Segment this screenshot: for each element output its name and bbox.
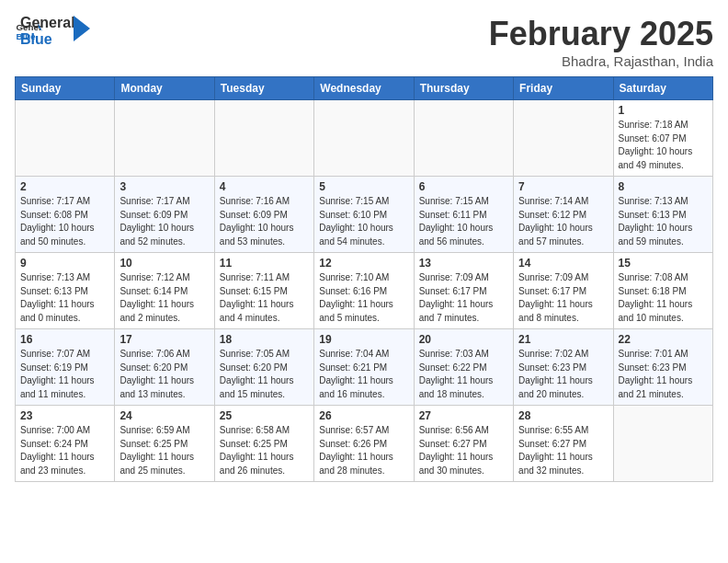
weekday-header-monday: Monday — [115, 77, 214, 100]
calendar-cell: 12Sunrise: 7:10 AM Sunset: 6:16 PM Dayli… — [314, 253, 414, 329]
calendar-cell: 5Sunrise: 7:15 AM Sunset: 6:10 PM Daylig… — [314, 177, 414, 253]
calendar-cell: 24Sunrise: 6:59 AM Sunset: 6:25 PM Dayli… — [115, 406, 214, 482]
day-info: Sunrise: 7:04 AM Sunset: 6:21 PM Dayligh… — [319, 348, 408, 401]
day-info: Sunrise: 7:03 AM Sunset: 6:22 PM Dayligh… — [419, 348, 508, 401]
day-number: 16 — [20, 333, 109, 346]
calendar-cell: 17Sunrise: 7:06 AM Sunset: 6:20 PM Dayli… — [115, 329, 214, 406]
day-info: Sunrise: 7:17 AM Sunset: 6:08 PM Dayligh… — [20, 195, 109, 248]
week-row-4: 16Sunrise: 7:07 AM Sunset: 6:19 PM Dayli… — [16, 329, 713, 406]
week-row-1: 1Sunrise: 7:18 AM Sunset: 6:07 PM Daylig… — [16, 100, 713, 177]
calendar-cell: 23Sunrise: 7:00 AM Sunset: 6:24 PM Dayli… — [16, 406, 115, 482]
day-number: 19 — [319, 333, 408, 346]
day-info: Sunrise: 7:05 AM Sunset: 6:20 PM Dayligh… — [220, 348, 309, 401]
calendar-cell: 4Sunrise: 7:16 AM Sunset: 6:09 PM Daylig… — [214, 177, 313, 253]
calendar-cell — [115, 100, 214, 177]
day-number: 26 — [319, 409, 408, 422]
calendar-cell: 8Sunrise: 7:13 AM Sunset: 6:13 PM Daylig… — [613, 177, 712, 253]
day-info: Sunrise: 7:07 AM Sunset: 6:19 PM Dayligh… — [20, 348, 109, 401]
calendar-cell: 25Sunrise: 6:58 AM Sunset: 6:25 PM Dayli… — [214, 406, 313, 482]
calendar-cell: 15Sunrise: 7:08 AM Sunset: 6:18 PM Dayli… — [613, 253, 712, 329]
calendar-cell: 16Sunrise: 7:07 AM Sunset: 6:19 PM Dayli… — [16, 329, 115, 406]
day-info: Sunrise: 6:58 AM Sunset: 6:25 PM Dayligh… — [220, 424, 309, 477]
calendar-cell: 11Sunrise: 7:11 AM Sunset: 6:15 PM Dayli… — [214, 253, 313, 329]
day-number: 18 — [220, 333, 309, 346]
day-number: 6 — [419, 180, 508, 193]
day-info: Sunrise: 7:17 AM Sunset: 6:09 PM Dayligh… — [119, 195, 209, 248]
day-number: 1 — [619, 104, 708, 117]
day-info: Sunrise: 7:15 AM Sunset: 6:11 PM Dayligh… — [419, 195, 508, 248]
calendar-cell: 6Sunrise: 7:15 AM Sunset: 6:11 PM Daylig… — [414, 177, 513, 253]
day-number: 9 — [20, 257, 109, 270]
day-info: Sunrise: 7:12 AM Sunset: 6:14 PM Dayligh… — [119, 271, 209, 325]
day-info: Sunrise: 7:13 AM Sunset: 6:13 PM Dayligh… — [619, 195, 708, 248]
calendar-cell: 28Sunrise: 6:55 AM Sunset: 6:27 PM Dayli… — [514, 406, 613, 482]
day-info: Sunrise: 7:01 AM Sunset: 6:23 PM Dayligh… — [619, 348, 708, 401]
calendar-cell: 27Sunrise: 6:56 AM Sunset: 6:27 PM Dayli… — [414, 406, 513, 482]
week-row-2: 2Sunrise: 7:17 AM Sunset: 6:08 PM Daylig… — [16, 177, 713, 253]
calendar-cell: 9Sunrise: 7:13 AM Sunset: 6:13 PM Daylig… — [16, 253, 115, 329]
calendar-cell: 26Sunrise: 6:57 AM Sunset: 6:26 PM Dayli… — [314, 406, 414, 482]
svg-marker-3 — [74, 16, 90, 41]
calendar-cell — [414, 100, 513, 177]
weekday-header-thursday: Thursday — [414, 77, 513, 100]
location: Bhadra, Rajasthan, India — [489, 53, 713, 69]
day-number: 28 — [518, 409, 608, 422]
day-info: Sunrise: 7:14 AM Sunset: 6:12 PM Dayligh… — [518, 195, 608, 248]
day-info: Sunrise: 7:09 AM Sunset: 6:17 PM Dayligh… — [518, 271, 608, 325]
calendar-table: SundayMondayTuesdayWednesdayThursdayFrid… — [15, 76, 713, 482]
logo-arrow-icon — [74, 16, 90, 41]
day-number: 27 — [419, 409, 508, 422]
calendar-cell — [16, 100, 115, 177]
title-block: February 2025 Bhadra, Rajasthan, India — [489, 15, 713, 69]
day-number: 24 — [119, 409, 209, 422]
day-number: 12 — [319, 257, 408, 270]
calendar-cell: 18Sunrise: 7:05 AM Sunset: 6:20 PM Dayli… — [214, 329, 313, 406]
day-info: Sunrise: 6:56 AM Sunset: 6:27 PM Dayligh… — [419, 424, 508, 477]
calendar-cell: 13Sunrise: 7:09 AM Sunset: 6:17 PM Dayli… — [414, 253, 513, 329]
day-info: Sunrise: 7:11 AM Sunset: 6:15 PM Dayligh… — [220, 271, 309, 325]
day-number: 2 — [20, 180, 109, 193]
calendar-cell: 2Sunrise: 7:17 AM Sunset: 6:08 PM Daylig… — [16, 177, 115, 253]
calendar-cell: 20Sunrise: 7:03 AM Sunset: 6:22 PM Dayli… — [414, 329, 513, 406]
calendar-cell: 7Sunrise: 7:14 AM Sunset: 6:12 PM Daylig… — [514, 177, 613, 253]
day-info: Sunrise: 6:55 AM Sunset: 6:27 PM Dayligh… — [518, 424, 608, 477]
day-info: Sunrise: 7:13 AM Sunset: 6:13 PM Dayligh… — [20, 271, 109, 325]
day-number: 25 — [220, 409, 309, 422]
day-number: 20 — [419, 333, 508, 346]
day-info: Sunrise: 7:06 AM Sunset: 6:20 PM Dayligh… — [119, 348, 209, 401]
day-number: 14 — [518, 257, 608, 270]
day-number: 4 — [220, 180, 309, 193]
day-info: Sunrise: 7:02 AM Sunset: 6:23 PM Dayligh… — [518, 348, 608, 401]
weekday-header-sunday: Sunday — [16, 77, 115, 100]
calendar-cell: 21Sunrise: 7:02 AM Sunset: 6:23 PM Dayli… — [514, 329, 613, 406]
day-number: 5 — [319, 180, 408, 193]
day-info: Sunrise: 6:57 AM Sunset: 6:26 PM Dayligh… — [319, 424, 408, 477]
day-number: 13 — [419, 257, 508, 270]
calendar-cell: 22Sunrise: 7:01 AM Sunset: 6:23 PM Dayli… — [613, 329, 712, 406]
day-info: Sunrise: 7:09 AM Sunset: 6:17 PM Dayligh… — [419, 271, 508, 325]
weekday-header-friday: Friday — [514, 77, 613, 100]
day-info: Sunrise: 7:08 AM Sunset: 6:18 PM Dayligh… — [619, 271, 708, 325]
calendar-cell: 1Sunrise: 7:18 AM Sunset: 6:07 PM Daylig… — [613, 100, 712, 177]
day-number: 8 — [619, 180, 708, 193]
day-number: 3 — [119, 180, 209, 193]
day-info: Sunrise: 6:59 AM Sunset: 6:25 PM Dayligh… — [119, 424, 209, 477]
weekday-header-saturday: Saturday — [613, 77, 712, 100]
calendar-cell: 10Sunrise: 7:12 AM Sunset: 6:14 PM Dayli… — [115, 253, 214, 329]
day-info: Sunrise: 7:10 AM Sunset: 6:16 PM Dayligh… — [319, 271, 408, 325]
day-info: Sunrise: 7:15 AM Sunset: 6:10 PM Dayligh… — [319, 195, 408, 248]
calendar-cell — [613, 406, 712, 482]
day-info: Sunrise: 7:18 AM Sunset: 6:07 PM Dayligh… — [619, 119, 708, 172]
day-number: 21 — [518, 333, 608, 346]
week-row-3: 9Sunrise: 7:13 AM Sunset: 6:13 PM Daylig… — [16, 253, 713, 329]
logo-general: General — [20, 15, 75, 31]
day-number: 22 — [619, 333, 708, 346]
day-number: 7 — [518, 180, 608, 193]
logo: General Blue General Blue — [15, 15, 90, 47]
page-header: General Blue General Blue February 2025 … — [15, 15, 713, 69]
day-info: Sunrise: 7:00 AM Sunset: 6:24 PM Dayligh… — [20, 424, 109, 477]
calendar-cell — [314, 100, 414, 177]
day-number: 11 — [220, 257, 309, 270]
calendar-cell — [214, 100, 313, 177]
day-number: 23 — [20, 409, 109, 422]
